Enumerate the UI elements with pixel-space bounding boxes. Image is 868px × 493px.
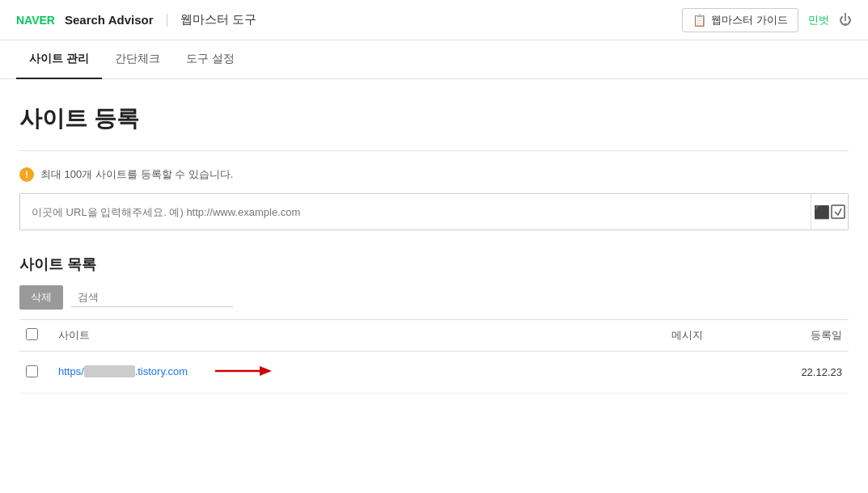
table-controls: 삭제 [19, 285, 849, 310]
book-icon: 📋 [692, 14, 706, 27]
navigation: 사이트 관리 간단체크 도구 설정 [0, 40, 868, 79]
nav-item-site-management[interactable]: 사이트 관리 [16, 40, 102, 79]
col-header-date: 등록일 [768, 320, 849, 352]
row-checkbox[interactable] [26, 365, 38, 377]
guide-button[interactable]: 📋 웹마스터 가이드 [682, 8, 798, 32]
url-input[interactable] [20, 196, 811, 228]
nav-item-tool-settings[interactable]: 도구 설정 [173, 40, 248, 79]
info-message: ! 최대 100개 사이트를 등록할 수 있습니다. [19, 167, 849, 182]
header-left: NAVER Search Advisor 웹마스터 도구 [16, 12, 256, 27]
red-arrow-icon [207, 361, 272, 381]
site-search-input[interactable] [71, 288, 233, 307]
url-input-row: ⬛ [19, 193, 849, 230]
table-body: https/■■■■■■■■.tistory.com 22.12.23 [19, 352, 849, 394]
header-divider [167, 14, 167, 27]
col-header-message: 메시지 [606, 320, 768, 352]
power-icon[interactable]: ⏻ [839, 13, 852, 27]
url-submit-button[interactable]: ⬛ [811, 194, 848, 230]
row-date-cell: 22.12.23 [768, 352, 849, 394]
delete-button[interactable]: 삭제 [19, 285, 63, 310]
subtitle: 웹마스터 도구 [180, 12, 256, 27]
row-checkbox-cell [19, 352, 52, 394]
enter-icon [830, 204, 846, 220]
select-all-checkbox[interactable] [26, 328, 38, 340]
row-site-cell: https/■■■■■■■■.tistory.com [52, 352, 606, 394]
submit-icon: ⬛ [814, 204, 830, 220]
col-header-site: 사이트 [52, 320, 606, 352]
table-header: 사이트 메시지 등록일 [19, 320, 849, 352]
arrow-annotation [207, 361, 272, 383]
header: NAVER Search Advisor 웹마스터 도구 📋 웹마스터 가이드 … [0, 0, 868, 40]
site-table: 사이트 메시지 등록일 https/■■■■■■■■.tist [19, 319, 849, 394]
nav-item-quick-check[interactable]: 간단체크 [102, 40, 173, 79]
main-content: 사이트 등록 ! 최대 100개 사이트를 등록할 수 있습니다. ⬛ 사이트 … [0, 79, 868, 418]
info-icon: ! [19, 167, 34, 182]
naver-logo: NAVER [16, 13, 57, 27]
table-row: https/■■■■■■■■.tistory.com 22.12.23 [19, 352, 849, 394]
guide-btn-label: 웹마스터 가이드 [711, 13, 788, 27]
section-title: 사이트 목록 [19, 255, 849, 274]
row-message-cell [606, 352, 768, 394]
title-divider [19, 150, 849, 151]
page-title: 사이트 등록 [19, 103, 849, 134]
svg-rect-1 [832, 205, 845, 218]
site-list-section: 사이트 목록 삭제 사이트 메시지 등록일 [19, 255, 849, 394]
user-name[interactable]: 민벗 [808, 13, 829, 27]
col-header-check [19, 320, 52, 352]
svg-marker-3 [260, 366, 272, 376]
app-name: Search Advisor [65, 13, 154, 27]
site-link[interactable]: https/■■■■■■■■.tistory.com [58, 365, 188, 377]
header-right: 📋 웹마스터 가이드 민벗 ⏻ [682, 8, 852, 32]
info-text: 최대 100개 사이트를 등록할 수 있습니다. [40, 167, 233, 182]
svg-text:NAVER: NAVER [16, 14, 55, 27]
